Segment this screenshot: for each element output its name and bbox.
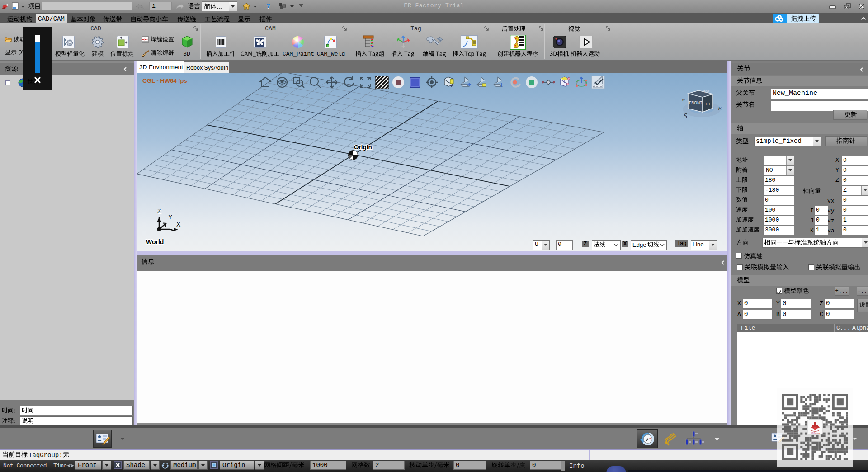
svg-text:RT: RT [706, 102, 711, 106]
svg-text:World: World [146, 238, 164, 245]
svg-text:FRONT: FRONT [689, 100, 702, 105]
svg-text:Z: Z [157, 208, 161, 215]
svg-text:S: S [684, 112, 687, 120]
svg-text:E: E [717, 105, 722, 112]
svg-text:Y: Y [168, 213, 173, 221]
svg-text:Origin: Origin [354, 144, 372, 151]
svg-text:X: X [176, 221, 181, 228]
svg-text:W: W [682, 98, 686, 102]
svg-text:TOP: TOP [703, 90, 709, 93]
svg-text:ER Factory: ER Factory [811, 432, 820, 434]
